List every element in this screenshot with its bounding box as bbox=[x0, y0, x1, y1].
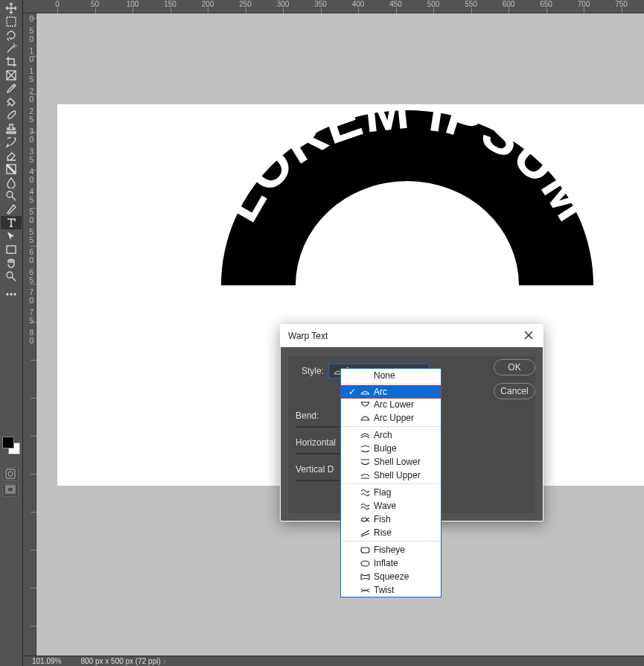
style-option-rise[interactable]: Rise bbox=[341, 526, 441, 539]
option-label: Squeeze bbox=[374, 571, 409, 582]
type-tool[interactable] bbox=[1, 216, 22, 229]
style-option-none[interactable]: None bbox=[341, 369, 441, 382]
rise-icon bbox=[360, 528, 370, 537]
ruler-horizontal: 0501001502002503003504004505005506006507… bbox=[23, 0, 644, 13]
marquee-tool[interactable] bbox=[1, 15, 22, 28]
eraser-tool[interactable] bbox=[1, 149, 22, 162]
clone-stamp-tool[interactable] bbox=[1, 122, 22, 136]
shelllower-icon bbox=[360, 457, 370, 466]
frame-tool[interactable] bbox=[1, 69, 22, 82]
style-option-squeeze[interactable]: Squeeze bbox=[341, 570, 441, 583]
svg-point-15 bbox=[361, 561, 369, 566]
blur-tool[interactable] bbox=[1, 176, 22, 189]
crop-tool[interactable] bbox=[1, 55, 22, 69]
style-option-arc-upper[interactable]: Arc Upper bbox=[341, 411, 441, 425]
style-option-arc-lower[interactable]: Arc Lower bbox=[341, 398, 441, 411]
path-select-tool[interactable] bbox=[1, 229, 22, 243]
svg-rect-12 bbox=[7, 487, 13, 492]
option-label: Fisheye bbox=[374, 545, 405, 555]
foreground-color[interactable] bbox=[2, 437, 14, 448]
svg-rect-14 bbox=[361, 548, 369, 553]
color-swatch[interactable] bbox=[2, 437, 20, 454]
svg-point-6 bbox=[7, 294, 8, 295]
arch-icon bbox=[360, 431, 370, 440]
style-option-arc[interactable]: ✓Arc bbox=[340, 385, 441, 399]
zoom-tool[interactable] bbox=[1, 270, 22, 283]
style-option-wave[interactable]: Wave bbox=[341, 499, 441, 513]
style-dropdown-list: None✓ArcArc LowerArc UpperArchBulgeShell… bbox=[340, 368, 441, 597]
svg-point-10 bbox=[8, 472, 13, 476]
arc-icon bbox=[360, 387, 370, 396]
svg-rect-0 bbox=[7, 17, 16, 26]
option-label: Rise bbox=[374, 527, 392, 538]
edit-toolbar-button[interactable] bbox=[1, 288, 22, 301]
dialog-titlebar[interactable]: Warp Text bbox=[281, 325, 543, 347]
option-label: Fish bbox=[374, 514, 391, 524]
svg-point-8 bbox=[14, 294, 16, 295]
move-tool[interactable] bbox=[1, 1, 22, 15]
style-option-arch[interactable]: Arch bbox=[341, 428, 441, 442]
screen-mode-button[interactable] bbox=[2, 483, 19, 497]
inflate-icon bbox=[360, 559, 370, 568]
arcupper-icon bbox=[360, 413, 370, 422]
eyedropper-tool[interactable] bbox=[1, 82, 22, 95]
zoom-readout[interactable]: 101.09% bbox=[32, 657, 61, 665]
style-option-flag[interactable]: Flag bbox=[341, 486, 441, 499]
shellupper-icon bbox=[360, 471, 370, 480]
wave-icon bbox=[360, 501, 370, 510]
style-option-inflate[interactable]: Inflate bbox=[341, 556, 441, 570]
tool-palette bbox=[0, 0, 23, 666]
style-option-shell-upper[interactable]: Shell Upper bbox=[341, 469, 441, 482]
option-label: Twist bbox=[374, 585, 394, 595]
dodge-tool[interactable] bbox=[1, 189, 22, 203]
option-label: Arc Lower bbox=[374, 399, 414, 410]
option-label: Arch bbox=[374, 430, 392, 440]
brush-tool[interactable] bbox=[1, 109, 22, 122]
dialog-title: Warp Text bbox=[288, 331, 328, 341]
option-label: Shell Upper bbox=[374, 470, 421, 481]
option-label: None bbox=[374, 370, 395, 381]
option-label: Shell Lower bbox=[374, 457, 421, 467]
lasso-tool[interactable] bbox=[1, 28, 22, 42]
option-label: Arc Upper bbox=[374, 413, 414, 423]
healing-brush-tool[interactable] bbox=[1, 95, 22, 109]
magic-wand-tool[interactable] bbox=[1, 42, 22, 55]
svg-point-5 bbox=[7, 272, 13, 278]
style-label: Style: bbox=[296, 366, 328, 376]
svg-point-3 bbox=[7, 191, 13, 197]
fish-icon bbox=[360, 515, 370, 524]
ok-button[interactable]: OK bbox=[494, 359, 535, 375]
svg-point-7 bbox=[10, 294, 12, 295]
fisheye-icon bbox=[360, 545, 370, 554]
close-icon[interactable] bbox=[523, 330, 535, 342]
squeeze-icon bbox=[360, 572, 370, 581]
cancel-button[interactable]: Cancel bbox=[494, 383, 535, 399]
option-label: Arc bbox=[374, 387, 387, 397]
quick-mask-button[interactable] bbox=[2, 467, 19, 481]
history-brush-tool[interactable] bbox=[1, 136, 22, 149]
option-label: Wave bbox=[374, 501, 396, 511]
check-icon: ✓ bbox=[348, 387, 356, 397]
style-option-bulge[interactable]: Bulge bbox=[341, 442, 441, 455]
rectangle-tool[interactable] bbox=[1, 243, 22, 256]
gradient-tool[interactable] bbox=[1, 162, 22, 176]
twist-icon bbox=[360, 586, 370, 594]
style-option-fisheye[interactable]: Fisheye bbox=[341, 543, 441, 556]
arclower-icon bbox=[360, 400, 370, 409]
none-icon bbox=[360, 371, 370, 380]
flag-icon bbox=[360, 488, 370, 497]
doc-info[interactable]: 800 px x 500 px (72 ppi) 〉 bbox=[80, 657, 168, 666]
bulge-icon bbox=[360, 444, 370, 453]
svg-rect-9 bbox=[6, 469, 15, 478]
option-label: Inflate bbox=[374, 558, 398, 568]
ruler-vertical: 050101520253035404550556065707580 bbox=[23, 13, 36, 656]
style-option-shell-lower[interactable]: Shell Lower bbox=[341, 455, 441, 469]
hand-tool[interactable] bbox=[1, 256, 22, 270]
option-label: Flag bbox=[374, 487, 391, 498]
svg-rect-4 bbox=[7, 246, 16, 253]
option-label: Bulge bbox=[374, 443, 397, 454]
style-option-fish[interactable]: Fish bbox=[341, 513, 441, 526]
style-option-twist[interactable]: Twist bbox=[341, 583, 441, 597]
pen-tool[interactable] bbox=[1, 203, 22, 216]
warped-text-layer[interactable]: LOREM IPSUM bbox=[206, 110, 608, 296]
